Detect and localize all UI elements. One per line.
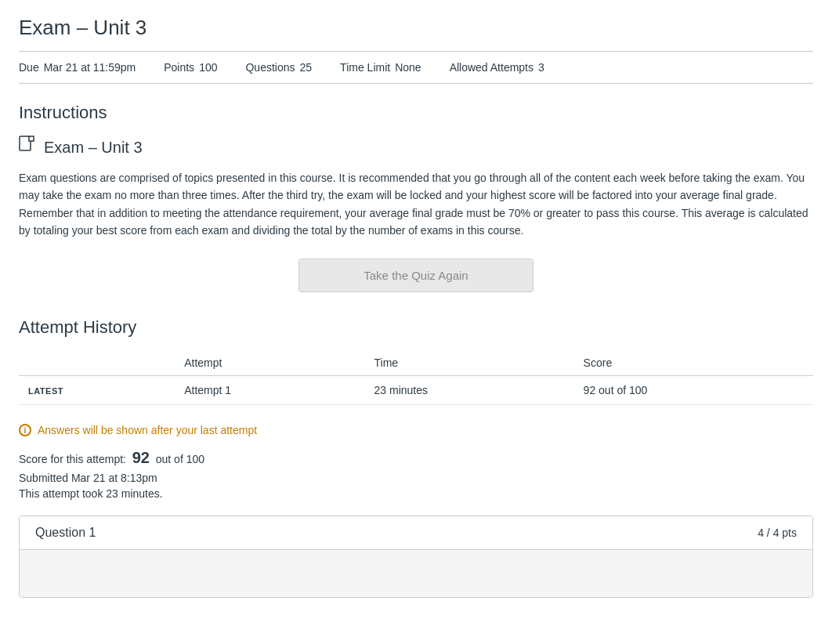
score-info-row: Score for this attempt: 92 out of 100 <box>19 449 813 467</box>
row-attempt: Attempt 1 <box>175 375 364 404</box>
points-label: Points <box>164 61 194 74</box>
due-label: Due <box>19 61 39 74</box>
score-number: 92 <box>132 449 150 466</box>
instructions-exam-title: Exam – Unit 3 <box>44 139 143 157</box>
question-pts: 4 / 4 pts <box>758 526 797 539</box>
answers-notice: i Answers will be shown after your last … <box>19 424 813 436</box>
instructions-title-row: Exam – Unit 3 <box>19 136 813 160</box>
question-header: Question 1 4 / 4 pts <box>20 516 812 550</box>
attempt-history-section: Attempt History Attempt Time Score LATES… <box>19 317 813 405</box>
questions-item: Questions 25 <box>245 61 312 74</box>
due-value: Mar 21 at 11:59pm <box>44 61 136 74</box>
col-score: Score <box>574 350 813 376</box>
attempt-history-heading: Attempt History <box>19 317 813 338</box>
questions-value: 25 <box>300 61 313 74</box>
table-row: LATEST Attempt 1 23 minutes 92 out of 10… <box>19 375 813 404</box>
row-score: 92 out of 100 <box>574 375 813 404</box>
score-label: Score for this attempt: <box>19 453 126 465</box>
attempt-table: Attempt Time Score LATEST Attempt 1 23 m… <box>19 350 813 405</box>
time-limit-item: Time Limit None <box>340 61 421 74</box>
allowed-attempts-value: 3 <box>538 61 544 74</box>
col-time: Time <box>365 350 574 376</box>
col-badge <box>19 350 175 376</box>
row-badge: LATEST <box>19 375 175 404</box>
score-out-of: out of 100 <box>156 453 204 465</box>
due-item: Due Mar 21 at 11:59pm <box>19 61 136 74</box>
row-time: 23 minutes <box>365 375 574 404</box>
table-header-row: Attempt Time Score <box>19 350 813 376</box>
question-body <box>20 550 812 597</box>
svg-rect-1 <box>29 136 34 141</box>
allowed-attempts-label: Allowed Attempts <box>450 61 534 74</box>
file-icon <box>19 136 36 160</box>
instructions-heading: Instructions <box>19 103 813 123</box>
questions-label: Questions <box>245 61 295 74</box>
points-item: Points 100 <box>164 61 217 74</box>
notice-icon: i <box>19 424 31 436</box>
question-title: Question 1 <box>35 526 96 540</box>
score-summary: Score for this attempt: 92 out of 100 Su… <box>19 449 813 500</box>
notice-text: Answers will be shown after your last at… <box>38 424 257 436</box>
meta-bar: Due Mar 21 at 11:59pm Points 100 Questio… <box>19 51 813 84</box>
question-card: Question 1 4 / 4 pts <box>19 516 813 598</box>
take-quiz-button[interactable]: Take the Quiz Again <box>298 259 534 292</box>
instructions-body: Exam questions are comprised of topics p… <box>19 169 813 240</box>
instructions-section: Instructions Exam – Unit 3 Exam question… <box>19 103 813 240</box>
allowed-attempts-item: Allowed Attempts 3 <box>450 61 544 74</box>
duration-info: This attempt took 23 minutes. <box>19 487 813 500</box>
time-limit-label: Time Limit <box>340 61 390 74</box>
time-limit-value: None <box>395 61 421 74</box>
page-title: Exam – Unit 3 <box>19 16 813 40</box>
points-value: 100 <box>199 61 217 74</box>
col-attempt: Attempt <box>175 350 364 376</box>
submitted-info: Submitted Mar 21 at 8:13pm <box>19 472 813 484</box>
